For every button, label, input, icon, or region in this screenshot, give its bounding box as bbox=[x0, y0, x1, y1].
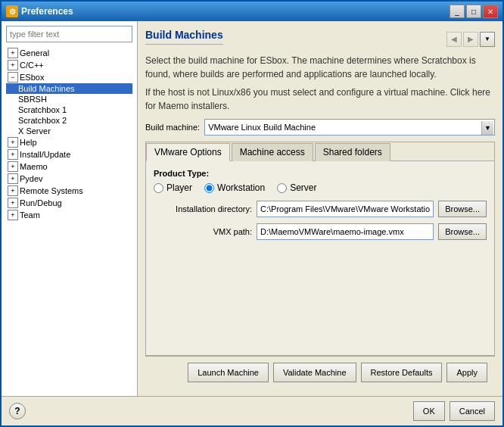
vmx-path-input[interactable] bbox=[257, 223, 434, 240]
expand-icon: + bbox=[8, 149, 18, 160]
sidebar-item-general[interactable]: + General bbox=[6, 47, 132, 59]
sidebar-item-label: C/C++ bbox=[20, 61, 44, 70]
filter-input[interactable] bbox=[6, 26, 132, 42]
main-content: + General + C/C++ − ESbox Build Machines… bbox=[2, 21, 502, 396]
tab-label: Shared folders bbox=[323, 147, 382, 157]
ok-cancel-buttons: OK Cancel bbox=[413, 401, 495, 421]
close-button[interactable]: ✕ bbox=[483, 5, 498, 18]
sidebar-item-label: Scratchbox 1 bbox=[18, 105, 67, 114]
ok-button[interactable]: OK bbox=[413, 401, 445, 421]
expand-icon: + bbox=[8, 185, 18, 196]
product-type-label: Product Type: bbox=[154, 169, 487, 178]
window-controls: _ □ ✕ bbox=[450, 5, 498, 18]
tab-content: Product Type: Player Workstation Serv bbox=[146, 161, 494, 355]
vmx-path-label: VMX path: bbox=[154, 227, 252, 236]
sidebar-item-label: General bbox=[20, 48, 49, 58]
description1: Select the build machine for ESbox. The … bbox=[145, 54, 495, 81]
apply-button[interactable]: Apply bbox=[446, 363, 487, 382]
description2: If the host is not Linux/x86 you must se… bbox=[145, 86, 495, 113]
sidebar-item-sbrsh[interactable]: SBRSH bbox=[6, 94, 132, 104]
panel-header: Build Machines ◀ ▶ ▼ bbox=[145, 29, 495, 49]
cancel-button[interactable]: Cancel bbox=[450, 401, 495, 421]
right-panel: Build Machines ◀ ▶ ▼ Select the build ma… bbox=[138, 21, 502, 396]
panel-title: Build Machines bbox=[145, 29, 223, 45]
sidebar-item-label: Remote Systems bbox=[20, 186, 83, 195]
expand-icon: + bbox=[8, 60, 18, 70]
sidebar-item-label: SBRSH bbox=[18, 95, 47, 104]
sidebar-item-help[interactable]: + Help bbox=[6, 136, 132, 148]
sidebar-item-x-server[interactable]: X Server bbox=[6, 126, 132, 136]
titlebar: ⚙ Preferences _ □ ✕ bbox=[2, 2, 502, 21]
radio-player-label: Player bbox=[166, 182, 192, 193]
radio-player-input[interactable] bbox=[154, 183, 163, 193]
expand-icon: + bbox=[8, 173, 18, 184]
tabs-container: VMware Options Machine access Shared fol… bbox=[145, 142, 495, 356]
installation-dir-label: Installation directory: bbox=[154, 204, 252, 214]
sidebar-item-build-machines[interactable]: Build Machines bbox=[6, 83, 132, 94]
build-machine-label: Build machine: bbox=[145, 123, 200, 132]
footer-bar: ? OK Cancel bbox=[2, 396, 502, 425]
radio-server[interactable]: Server bbox=[277, 182, 316, 193]
radio-workstation-input[interactable] bbox=[204, 183, 214, 193]
radio-group: Player Workstation Server bbox=[154, 182, 487, 193]
vmx-path-row: VMX path: Browse... bbox=[154, 223, 487, 240]
tabs-header: VMware Options Machine access Shared fol… bbox=[146, 142, 494, 161]
sidebar-item-label: Run/Debug bbox=[20, 198, 62, 207]
vmx-path-browse-button[interactable]: Browse... bbox=[438, 223, 487, 240]
minimize-button[interactable]: _ bbox=[450, 5, 465, 18]
help-button[interactable]: ? bbox=[9, 403, 26, 419]
sidebar-item-label: Scratchbox 2 bbox=[18, 116, 67, 125]
radio-workstation-label: Workstation bbox=[217, 182, 265, 193]
nav-arrows: ◀ ▶ ▼ bbox=[446, 32, 495, 47]
desc-text2: If the host is not Linux/x86 you must se… bbox=[145, 87, 448, 98]
desc-text1: Select the build machine for ESbox. The … bbox=[145, 55, 476, 79]
sidebar-item-pydev[interactable]: + Pydev bbox=[6, 173, 132, 185]
tab-label: VMware Options bbox=[154, 147, 222, 157]
sidebar-item-maemo[interactable]: + Maemo bbox=[6, 161, 132, 173]
installation-dir-input[interactable] bbox=[257, 201, 434, 217]
sidebar-item-cpp[interactable]: + C/C++ bbox=[6, 59, 132, 71]
app-icon: ⚙ bbox=[6, 5, 18, 17]
sidebar-item-label: ESbox bbox=[20, 73, 44, 82]
sidebar-item-label: Help bbox=[20, 138, 37, 147]
sidebar-item-scratchbox2[interactable]: Scratchbox 2 bbox=[6, 115, 132, 126]
sidebar-item-label: Team bbox=[20, 210, 40, 220]
build-machine-row: Build machine: VMware Linux Build Machin… bbox=[145, 119, 495, 136]
tab-vmware-options[interactable]: VMware Options bbox=[146, 143, 230, 161]
expand-icon: + bbox=[8, 210, 18, 220]
validate-machine-button[interactable]: Validate Machine bbox=[273, 363, 356, 382]
radio-workstation[interactable]: Workstation bbox=[204, 182, 265, 193]
nav-dropdown-button[interactable]: ▼ bbox=[480, 32, 495, 47]
launch-machine-button[interactable]: Launch Machine bbox=[188, 363, 269, 382]
expand-icon: − bbox=[8, 72, 18, 83]
sidebar-item-run-debug[interactable]: + Run/Debug bbox=[6, 197, 132, 209]
radio-player[interactable]: Player bbox=[154, 182, 192, 193]
radio-server-input[interactable] bbox=[277, 183, 287, 193]
restore-defaults-button[interactable]: Restore Defaults bbox=[361, 363, 443, 382]
sidebar-item-install-update[interactable]: + Install/Update bbox=[6, 148, 132, 161]
installation-dir-browse-button[interactable]: Browse... bbox=[438, 201, 487, 217]
sidebar: + General + C/C++ − ESbox Build Machines… bbox=[2, 21, 138, 396]
sidebar-item-scratchbox1[interactable]: Scratchbox 1 bbox=[6, 104, 132, 115]
sidebar-item-team[interactable]: + Team bbox=[6, 209, 132, 221]
maximize-button[interactable]: □ bbox=[466, 5, 481, 18]
expand-icon: + bbox=[8, 137, 18, 148]
expand-icon: + bbox=[8, 198, 18, 208]
expand-icon: + bbox=[8, 161, 18, 172]
expand-icon: + bbox=[8, 48, 18, 58]
build-machine-select-wrapper: VMware Linux Build Machine bbox=[204, 119, 495, 136]
sidebar-item-esbox[interactable]: − ESbox bbox=[6, 71, 132, 83]
sidebar-item-label: Maemo bbox=[20, 162, 48, 171]
sidebar-item-remote-systems[interactable]: + Remote Systems bbox=[6, 185, 132, 197]
back-button[interactable]: ◀ bbox=[446, 32, 462, 47]
tab-machine-access[interactable]: Machine access bbox=[232, 143, 313, 161]
sidebar-item-label: X Server bbox=[18, 126, 51, 136]
installation-dir-row: Installation directory: Browse... bbox=[154, 201, 487, 217]
build-machine-select[interactable]: VMware Linux Build Machine bbox=[204, 119, 495, 136]
tab-shared-folders[interactable]: Shared folders bbox=[315, 143, 390, 161]
action-buttons: Launch Machine Validate Machine Restore … bbox=[145, 356, 495, 388]
sidebar-item-label: Install/Update bbox=[20, 150, 70, 159]
forward-button[interactable]: ▶ bbox=[463, 32, 478, 47]
sidebar-item-label: Build Machines bbox=[18, 84, 75, 93]
window-title: Preferences bbox=[21, 6, 446, 17]
